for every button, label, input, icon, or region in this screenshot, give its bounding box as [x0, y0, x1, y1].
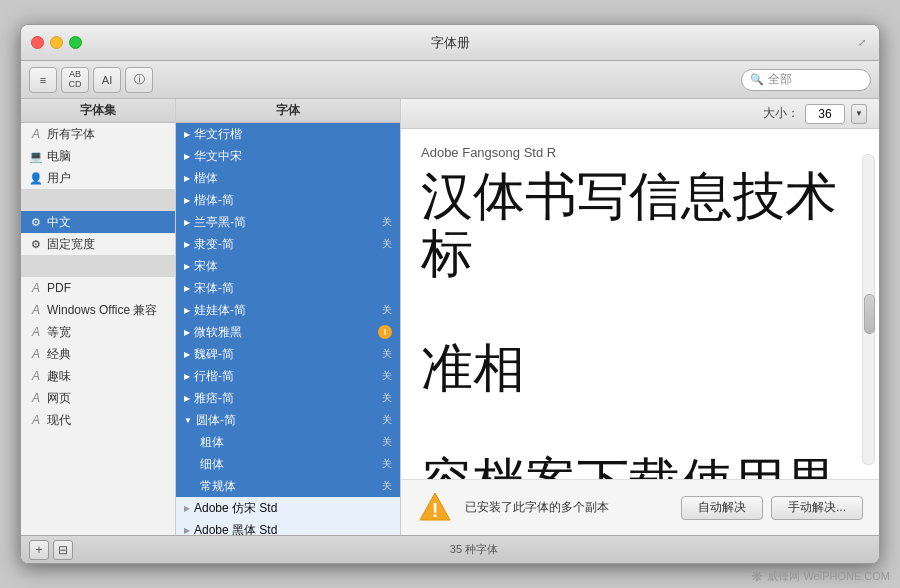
font-item-label: 宋体 — [194, 258, 218, 275]
font-icon: A — [29, 369, 43, 383]
expand-arrow-icon: ▶ — [184, 394, 190, 403]
font-item-kaishu-jian[interactable]: ▶ 楷体-简 — [176, 189, 400, 211]
expand-arrow-icon: ▶ — [184, 350, 190, 359]
font-icon: A — [29, 303, 43, 317]
window-title: 字体册 — [431, 34, 470, 52]
off-badge: 关 — [382, 457, 392, 471]
info-button[interactable]: ⓘ — [125, 67, 153, 93]
expand-arrow-icon: ▶ — [184, 306, 190, 315]
sidebar-item-chinese[interactable]: ⚙ 中文 — [21, 211, 175, 233]
font-item-adobe-heiti[interactable]: ▶ Adobe 黑体 Std — [176, 519, 400, 535]
font-item-wawa[interactable]: ▶ 娃娃体-简 关 — [176, 299, 400, 321]
size-input[interactable] — [805, 104, 845, 124]
sidebar-label: 趣味 — [47, 368, 71, 385]
sidebar-item-computer[interactable]: 💻 电脑 — [21, 145, 175, 167]
title-bar: 字体册 ⤢ — [21, 25, 879, 61]
expand-arrow-icon: ▶ — [184, 372, 190, 381]
font-icon: A — [29, 325, 43, 339]
main-area: 字体集 A 所有字体 💻 电脑 👤 用户 ⚙ 中文 — [21, 99, 879, 535]
sidebar-item-fun[interactable]: A 趣味 — [21, 365, 175, 387]
font-item-huawen-zhongzhong[interactable]: ▶ 华文中宋 — [176, 145, 400, 167]
minimize-button[interactable] — [50, 36, 63, 49]
font-name-label: Adobe Fangsong Std R — [421, 145, 859, 160]
action-buttons: 自动解决 手动解决... — [681, 496, 863, 520]
sidebar-label: Windows Office 兼容 — [47, 302, 157, 319]
font-item-label: 楷体 — [194, 170, 218, 187]
font-item-subian[interactable]: ▶ 隶变-简 关 — [176, 233, 400, 255]
font-item-lanting[interactable]: ▶ 兰亭黑-简 关 — [176, 211, 400, 233]
font-icon: A — [29, 127, 43, 141]
sidebar-item-classic[interactable]: A 经典 — [21, 343, 175, 365]
auto-resolve-button[interactable]: 自动解决 — [681, 496, 763, 520]
font-item-label: 微软雅黑 — [194, 324, 242, 341]
sidebar-group-divider — [21, 189, 175, 211]
sidebar-items: A 所有字体 💻 电脑 👤 用户 ⚙ 中文 ⚙ 固定宽 — [21, 123, 175, 535]
size-label: 大小： — [763, 105, 799, 122]
off-badge: 关 — [382, 303, 392, 317]
font-item-yuanti-xi[interactable]: 细体 关 — [176, 453, 400, 475]
expand-button[interactable]: ⤢ — [855, 35, 869, 49]
font-item-yuanti-chang[interactable]: 常规体 关 — [176, 475, 400, 497]
off-badge: 关 — [382, 435, 392, 449]
font-item-label: 华文中宋 — [194, 148, 242, 165]
preview-text: 汉体书写信息技术标准相容档案下载使用界面 — [421, 168, 859, 479]
watermark-text: 威锋网 WeiPHONE.COM — [767, 569, 890, 584]
view-toggle-button[interactable]: ⊟ — [53, 540, 73, 560]
sidebar: 字体集 A 所有字体 💻 电脑 👤 用户 ⚙ 中文 — [21, 99, 176, 535]
font-item-kaishu[interactable]: ▶ 楷体 — [176, 167, 400, 189]
sidebar-label: 所有字体 — [47, 126, 95, 143]
font-item-xingcao[interactable]: ▶ 行楷-简 关 — [176, 365, 400, 387]
warning-bar: ! 已安装了此字体的多个副本 自动解决 手动解决... — [401, 479, 879, 535]
expand-arrow-icon: ▼ — [184, 416, 192, 425]
gear-icon: ⚙ — [29, 215, 43, 229]
preview-scrollbar-track[interactable] — [862, 154, 875, 465]
sidebar-label: 现代 — [47, 412, 71, 429]
warning-icon: ! — [417, 490, 453, 526]
font-item-songti-jian[interactable]: ▶ 宋体-简 — [176, 277, 400, 299]
preview-scrollbar-thumb[interactable] — [864, 294, 875, 334]
svg-text:!: ! — [432, 499, 439, 521]
size-stepper[interactable]: ▼ — [851, 104, 867, 124]
sidebar-item-pdf[interactable]: A PDF — [21, 277, 175, 299]
font-item-label: 雅痞-简 — [194, 390, 234, 407]
sidebar-label: 固定宽度 — [47, 236, 95, 253]
font-item-microsoftya[interactable]: ▶ 微软雅黑 ! — [176, 321, 400, 343]
warning-text: 已安装了此字体的多个副本 — [465, 499, 669, 516]
font-item-label: 圆体-简 — [196, 412, 236, 429]
sidebar-item-modern[interactable]: A 现代 — [21, 409, 175, 431]
expand-arrow-icon: ▶ — [184, 218, 190, 227]
font-item-yuanti-cu[interactable]: 粗体 关 — [176, 431, 400, 453]
traffic-lights — [31, 36, 82, 49]
sidebar-item-all-fonts[interactable]: A 所有字体 — [21, 123, 175, 145]
sidebar-label: 经典 — [47, 346, 71, 363]
sidebar-item-fixed-width[interactable]: ⚙ 固定宽度 — [21, 233, 175, 255]
maximize-button[interactable] — [69, 36, 82, 49]
add-font-button[interactable]: + — [29, 540, 49, 560]
ai-button[interactable]: AI — [93, 67, 121, 93]
font-item-label: 楷体-简 — [194, 192, 234, 209]
font-item-huawen-xingkai[interactable]: ▶ 华文行楷 — [176, 123, 400, 145]
menu-button[interactable]: ≡ — [29, 67, 57, 93]
sidebar-item-user[interactable]: 👤 用户 — [21, 167, 175, 189]
font-item-adobe-fangsong[interactable]: ▶ Adobe 仿宋 Std — [176, 497, 400, 519]
font-item-weibei[interactable]: ▶ 魏碑-简 关 — [176, 343, 400, 365]
manual-resolve-button[interactable]: 手动解决... — [771, 496, 863, 520]
sidebar-label: 中文 — [47, 214, 71, 231]
sidebar-header: 字体集 — [21, 99, 175, 123]
sidebar-item-windows-office[interactable]: A Windows Office 兼容 — [21, 299, 175, 321]
font-item-label: Adobe 仿宋 Std — [194, 500, 277, 517]
preview-mode-button[interactable]: ABCD — [61, 67, 89, 93]
font-icon: A — [29, 391, 43, 405]
off-badge: 关 — [382, 413, 392, 427]
font-item-songti[interactable]: ▶ 宋体 — [176, 255, 400, 277]
font-item-label: 隶变-简 — [194, 236, 234, 253]
off-badge: 关 — [382, 237, 392, 251]
close-button[interactable] — [31, 36, 44, 49]
sidebar-item-web[interactable]: A 网页 — [21, 387, 175, 409]
search-box[interactable]: 🔍 全部 — [741, 69, 871, 91]
font-item-zhongcao[interactable]: ▶ 雅痞-简 关 — [176, 387, 400, 409]
sidebar-group-divider2 — [21, 255, 175, 277]
font-item-yuanti[interactable]: ▼ 圆体-简 关 — [176, 409, 400, 431]
sidebar-item-equal-width[interactable]: A 等宽 — [21, 321, 175, 343]
off-badge: 关 — [382, 347, 392, 361]
